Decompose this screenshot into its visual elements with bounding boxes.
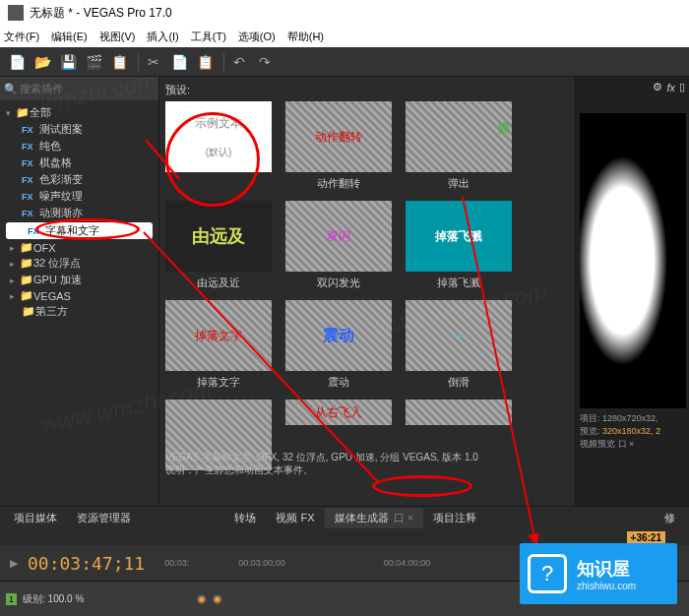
new-icon[interactable]: 📄 — [6, 51, 28, 73]
render-icon[interactable]: 🎬 — [83, 51, 104, 73]
plugin-tree-panel: 🔍 ▾📁 全部 FX测试图案 FX纯色 FX棋盘格 FX色彩渐变 FX噪声纹理 … — [0, 77, 159, 506]
tab-video-fx[interactable]: 视频 FX — [266, 508, 324, 528]
menu-view[interactable]: 视图(V) — [99, 30, 136, 44]
save-icon[interactable]: 💾 — [57, 51, 79, 73]
preset-thumb[interactable]: 由远及 由远及近 — [165, 201, 272, 290]
undo-icon[interactable]: ↶ — [228, 51, 250, 73]
timecode: 00:03:47;11 — [28, 553, 145, 574]
paste-icon[interactable]: 📋 — [194, 51, 216, 73]
search-icon: 🔍 — [4, 83, 18, 95]
split-icon[interactable]: ▯ — [679, 81, 685, 93]
separator — [138, 53, 139, 71]
window-title: 无标题 * - VEGAS Pro 17.0 — [30, 5, 172, 22]
app-icon — [8, 5, 24, 21]
tree-ofx[interactable]: ▸📁 OFX — [0, 240, 158, 255]
fx-icon[interactable]: fx — [666, 82, 675, 93]
preset-thumb-default[interactable]: 示例文本(默认) — [165, 101, 272, 191]
preset-thumb[interactable]: 震动 震动 — [285, 300, 392, 390]
redo-icon[interactable]: ↷ — [254, 51, 276, 73]
preset-thumb[interactable]: 弹 回 弹出 — [406, 101, 512, 191]
tab-bar: 项目媒体 资源管理器 转场 视频 FX 媒体生成器 口 × 项目注释 修 — [0, 506, 689, 529]
preset-thumb[interactable]: 掉落文字 掉落文字 — [165, 300, 272, 390]
tab-transitions[interactable]: 转场 — [224, 508, 266, 528]
tree-vegas[interactable]: ▸📁 VEGAS — [0, 288, 158, 303]
open-icon[interactable]: 📂 — [31, 51, 53, 73]
preset-label: 预设: — [165, 83, 569, 97]
menu-options[interactable]: 选项(O) — [238, 30, 276, 44]
copy-icon[interactable]: 📄 — [168, 51, 190, 73]
separator — [223, 53, 224, 71]
plugin-description: VEGAS 字幕和文字: OFX, 32 位浮点, GPU 加速, 分组 VEG… — [165, 451, 569, 476]
tree-gpu[interactable]: ▸📁 GPU 加速 — [0, 272, 158, 288]
question-icon: ? — [528, 554, 567, 593]
track-level: 级别: 100.0 % — [23, 592, 84, 606]
project-info: 项目: 1280x720x32, 预览: 320x180x32, 2 视频预览 … — [580, 412, 685, 451]
gear-icon[interactable]: ⚙ — [653, 81, 662, 93]
tree-item[interactable]: FX棋盘格 — [0, 154, 158, 171]
tab-project-media[interactable]: 项目媒体 — [4, 508, 67, 528]
tree-32bit[interactable]: ▸📁 32 位浮点 — [0, 255, 158, 272]
tab-extra[interactable]: 修 — [655, 508, 685, 528]
preset-thumb[interactable]: 双闪 双闪发光 — [285, 201, 392, 290]
tab-project-notes[interactable]: 项目注释 — [423, 508, 486, 528]
menu-tools[interactable]: 工具(T) — [191, 30, 226, 44]
tree-all[interactable]: ▾📁 全部 — [0, 104, 158, 121]
toolbar: 📄 📂 💾 🎬 📋 ✂ 📄 📋 ↶ ↷ — [0, 47, 689, 77]
menu-edit[interactable]: 编辑(E) — [51, 30, 88, 44]
menu-help[interactable]: 帮助(H) — [287, 30, 324, 44]
search-input[interactable] — [18, 81, 157, 96]
preset-thumb[interactable]: 掉落飞溅 掉落飞溅 — [406, 201, 512, 290]
preset-thumb[interactable]: 动作翻转 动作翻转 — [285, 101, 392, 191]
watermark-badge: ? 知识屋zhishiwu.com — [520, 543, 677, 604]
preview-panel: ⚙ fx ▯ 项目: 1280x720x32, 预览: 320x180x32, … — [575, 77, 689, 506]
preset-thumb[interactable]: — 倒滑 — [406, 300, 512, 390]
tree-item[interactable]: FX动测渐亦 — [0, 205, 158, 221]
tree-titles-text[interactable]: FX字幕和文字 — [6, 222, 153, 239]
tree-item[interactable]: FX纯色 — [0, 138, 158, 154]
menu-bar: 文件(F) 编辑(E) 视图(V) 插入(I) 工具(T) 选项(O) 帮助(H… — [0, 26, 689, 47]
tree-item[interactable]: FX色彩渐变 — [0, 171, 158, 188]
tab-media-generators[interactable]: 媒体生成器 口 × — [325, 508, 424, 528]
cut-icon[interactable]: ✂ — [143, 51, 164, 73]
tree-item[interactable]: FX测试图案 — [0, 121, 158, 138]
tree-thirdparty[interactable]: 📁 第三方 — [0, 303, 158, 320]
menu-file[interactable]: 文件(F) — [4, 30, 39, 44]
props-icon[interactable]: 📋 — [108, 51, 130, 73]
preset-panel: 预设: 示例文本(默认) 动作翻转 动作翻转 弹 回 弹出 由远及 由远及近 双… — [159, 77, 575, 506]
tab-explorer[interactable]: 资源管理器 — [67, 508, 141, 528]
tree-item[interactable]: FX噪声纹理 — [0, 188, 158, 205]
video-preview — [580, 113, 686, 408]
menu-insert[interactable]: 插入(I) — [147, 30, 178, 44]
